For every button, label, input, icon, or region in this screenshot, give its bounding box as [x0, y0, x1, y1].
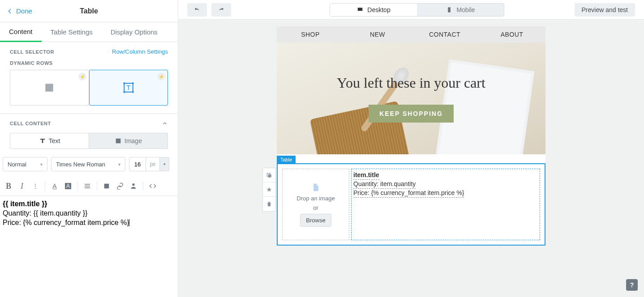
code-button[interactable]	[147, 180, 159, 192]
preview-test-button[interactable]: Preview and test	[575, 3, 635, 17]
svg-point-6	[132, 91, 133, 93]
undo-icon	[193, 6, 201, 13]
editor-line: Price: {% currency_format item.price %}	[3, 218, 175, 228]
chevron-down-icon: ▾	[163, 162, 166, 166]
table-tag: Table	[277, 156, 296, 164]
dynamic-cell-text[interactable]: ⚡ T	[89, 70, 168, 106]
text-line-title: item.title	[353, 171, 379, 180]
editor-line: Quantity: {{ item.quantity }}	[3, 209, 175, 218]
chevron-down-icon: ▾	[40, 162, 43, 167]
svg-point-0	[47, 85, 48, 87]
more-format-button[interactable]: ⋮	[30, 180, 41, 192]
text-line-price: Price: {% currency_format item.price %}	[353, 189, 464, 198]
bolt-icon: ⚡	[157, 72, 165, 81]
text-color-button[interactable]: A	[49, 180, 60, 192]
insert-image-button[interactable]	[101, 180, 112, 192]
font-value: Times New Roman	[56, 161, 105, 168]
font-size-input[interactable]	[129, 157, 146, 171]
text-label: Text	[49, 137, 60, 144]
redo-button[interactable]	[211, 3, 231, 17]
desktop-label: Desktop	[367, 6, 390, 13]
tab-table-settings[interactable]: Table Settings	[42, 22, 102, 42]
tab-display-options[interactable]: Display Options	[102, 22, 167, 42]
row-column-settings-link[interactable]: Row/Column Settings	[112, 48, 168, 55]
chevron-up-icon[interactable]	[162, 120, 168, 127]
desktop-icon	[356, 7, 364, 13]
view-mobile[interactable]: Mobile	[417, 4, 504, 16]
hero-block[interactable]: You left these in your cart KEEP SHOPPIN…	[277, 42, 545, 154]
tag-button[interactable]	[128, 180, 139, 192]
dynamic-cell-image[interactable]: ⚡	[10, 70, 89, 106]
style-select[interactable]: Normal▾	[3, 157, 47, 171]
copy-icon	[266, 172, 272, 178]
dynamic-rows-label: DYNAMIC ROWS	[10, 60, 53, 66]
align-button[interactable]	[82, 180, 93, 192]
hero-title: You left these in your cart	[337, 75, 485, 91]
text-line-qty: Quantity: item.quantity	[353, 180, 416, 189]
favorite-button[interactable]	[263, 182, 275, 197]
text-block-icon: T	[122, 82, 135, 93]
trash-icon	[266, 201, 272, 207]
cell-selector-label: CELL SELECTOR	[10, 49, 54, 55]
italic-button[interactable]: I	[16, 180, 28, 192]
link-button[interactable]	[114, 180, 126, 192]
email-nav: SHOP NEW CONTACT ABOUT	[277, 26, 545, 42]
svg-point-4	[132, 82, 133, 84]
image-icon	[115, 137, 122, 144]
or-text: or	[313, 204, 318, 211]
content-type-image[interactable]: Image	[89, 133, 168, 149]
font-select[interactable]: Times New Roman▾	[51, 157, 125, 171]
help-button[interactable]: ?	[626, 279, 638, 291]
cell-content-label: CELL CONTENT	[10, 121, 51, 126]
mobile-label: Mobile	[456, 6, 475, 13]
nav-new[interactable]: NEW	[344, 26, 411, 42]
drop-image-text: Drop an image	[296, 195, 335, 202]
view-desktop[interactable]: Desktop	[330, 4, 417, 16]
browse-button[interactable]: Browse	[300, 214, 331, 227]
highlight-button[interactable]: A	[62, 180, 74, 192]
chevron-down-icon: ▾	[118, 162, 120, 167]
nav-contact[interactable]: CONTACT	[411, 26, 478, 42]
table-text-cell[interactable]: item.title Quantity: item.quantity Price…	[351, 169, 540, 240]
svg-rect-9	[268, 174, 271, 177]
star-icon	[266, 187, 272, 193]
editor-line: {{ item.title }}	[3, 199, 175, 209]
file-image-icon	[311, 182, 320, 192]
content-type-text[interactable]: Text	[10, 133, 89, 149]
image-icon	[43, 82, 56, 93]
svg-rect-8	[448, 7, 451, 13]
font-size-stepper[interactable]: ▾	[159, 157, 169, 171]
bold-button[interactable]: B	[3, 180, 14, 192]
redo-icon	[218, 6, 225, 13]
font-size-unit: px	[146, 157, 159, 171]
table-block[interactable]: Table Drop an image or Browse item.title	[277, 163, 545, 246]
nav-about[interactable]: ABOUT	[478, 26, 545, 42]
hero-cta-button[interactable]: KEEP SHOPPING	[369, 105, 454, 123]
svg-point-7	[132, 183, 134, 186]
undo-button[interactable]	[187, 3, 207, 17]
nav-shop[interactable]: SHOP	[277, 26, 344, 42]
svg-point-3	[123, 82, 125, 84]
bolt-icon: ⚡	[78, 72, 86, 81]
svg-point-5	[123, 91, 125, 93]
text-editor[interactable]: {{ item.title }} Quantity: {{ item.quant…	[0, 196, 178, 231]
done-label: Done	[16, 7, 32, 15]
duplicate-button[interactable]	[263, 168, 275, 182]
arrow-left-icon	[6, 8, 13, 15]
block-tools	[262, 168, 276, 212]
delete-button[interactable]	[263, 197, 275, 211]
text-icon	[39, 137, 46, 144]
table-image-cell[interactable]: Drop an image or Browse	[282, 169, 349, 240]
svg-text:T: T	[126, 84, 130, 91]
image-label: Image	[125, 137, 142, 144]
tab-content[interactable]: Content	[0, 22, 42, 42]
done-button[interactable]: Done	[0, 7, 32, 15]
mobile-icon	[446, 7, 453, 13]
style-value: Normal	[8, 161, 26, 168]
